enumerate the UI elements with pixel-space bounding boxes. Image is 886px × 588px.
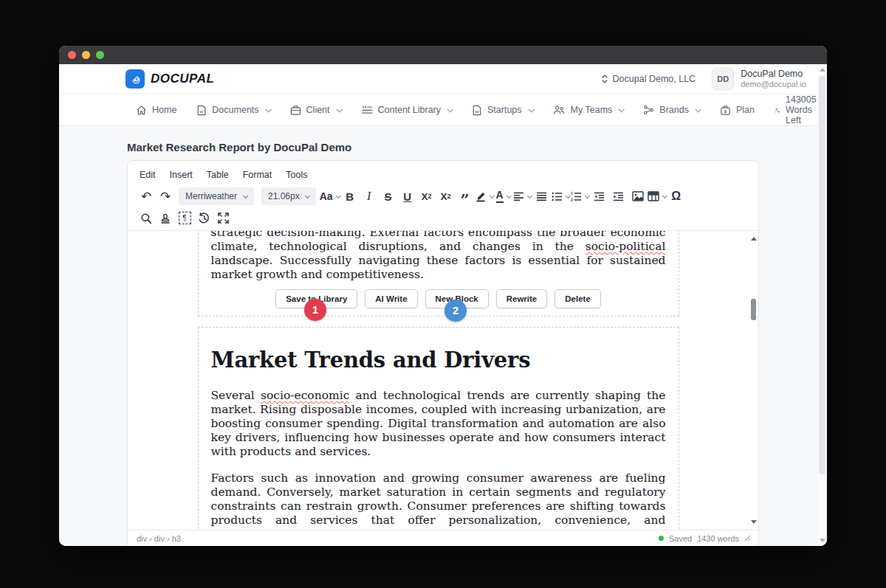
scroll-down-arrow-icon[interactable] [751, 520, 757, 524]
menu-edit[interactable]: Edit [140, 170, 156, 180]
page-scrollbar[interactable] [817, 64, 827, 546]
saved-status-dot [659, 536, 664, 541]
highlight-color-button[interactable] [475, 187, 494, 206]
table-icon [648, 191, 659, 201]
step-badge-2: 2 [444, 300, 467, 322]
word-count[interactable]: 1430 words [697, 534, 739, 543]
org-switcher[interactable]: Docupal Demo, LLC [601, 74, 696, 84]
outdent-button[interactable] [590, 187, 609, 206]
nav-item-my-teams[interactable]: My Teams [553, 105, 624, 115]
page-title: Market Research Report by DocuPal Demo [127, 141, 351, 153]
redo-button[interactable]: ↷ [156, 187, 175, 206]
element-path-breadcrumb[interactable]: div › div › h3 [137, 534, 181, 543]
underline-button[interactable]: U [398, 187, 417, 206]
person-plus-icon [775, 105, 780, 116]
close-window-button[interactable] [68, 51, 76, 59]
menu-tools[interactable]: Tools [286, 170, 307, 180]
blockquote-button[interactable]: ” [456, 187, 475, 206]
resize-grip-icon[interactable] [744, 535, 751, 542]
editor-scrollbar[interactable] [749, 231, 758, 530]
justify-button[interactable] [532, 187, 552, 206]
numbered-list-button[interactable]: 12 [571, 187, 590, 206]
scroll-up-arrow-icon[interactable] [751, 237, 757, 241]
user-name: DocuPal Demo [741, 69, 806, 80]
chevron-down-icon [506, 193, 512, 198]
italic-button[interactable]: I [360, 187, 379, 206]
formatting-marks-button[interactable]: ¶ [175, 209, 194, 228]
indent-button[interactable] [609, 187, 628, 206]
bullet-list-button[interactable] [552, 187, 571, 206]
align-left-icon [513, 192, 524, 201]
delete-button[interactable]: Delete [554, 289, 601, 308]
editor-canvas[interactable]: strategic decision-making. External fact… [128, 231, 758, 530]
image-icon [632, 191, 644, 201]
app-window: DOCUPAL Docupal Demo, LLC DD DocuPal Dem… [59, 46, 827, 546]
menu-table[interactable]: Table [207, 170, 229, 180]
nav-item-home[interactable]: Home [136, 105, 176, 116]
saved-status-label: Saved [669, 534, 692, 543]
words-left-indicator: 143005 Words Left [775, 94, 823, 125]
minimize-window-button[interactable] [82, 51, 90, 59]
docupal-logo-icon [126, 69, 145, 89]
text-case-button[interactable]: Aa [320, 187, 340, 206]
font-size-select[interactable]: 21.06px [261, 187, 316, 205]
indent-icon [613, 192, 624, 201]
font-family-select[interactable]: Merriweather [179, 187, 254, 205]
scroll-up-arrow-icon[interactable] [820, 68, 825, 72]
text-color-button[interactable]: A [494, 187, 513, 206]
document-content: strategic decision-making. External fact… [128, 231, 749, 530]
subscript-button[interactable]: X2 [417, 187, 436, 206]
editor: Edit Insert Table Format Tools ↶ ↷ Merri… [127, 160, 759, 546]
page-scrollbar-thumb[interactable] [819, 76, 825, 474]
app-logo[interactable]: DOCUPAL [126, 69, 214, 89]
insert-image-button[interactable] [628, 187, 648, 206]
nav-item-brands[interactable]: Brands [643, 105, 700, 115]
bold-button[interactable]: B [340, 187, 360, 206]
bullet-list-icon [552, 192, 563, 201]
document-block-market-trends[interactable]: Market Trends and Drivers Several socio-… [198, 327, 679, 530]
fullscreen-button[interactable] [213, 209, 233, 228]
restore-draft-button[interactable] [194, 209, 213, 228]
nav-item-plan[interactable]: $ Plan [720, 105, 755, 116]
chevron-down-icon [265, 106, 271, 112]
section-heading[interactable]: Market Trends and Drivers [211, 347, 666, 375]
paragraph-clipped[interactable]: strategic decision-making. External fact… [211, 231, 666, 282]
highlighter-pen-icon [475, 190, 487, 202]
align-button[interactable] [513, 187, 532, 206]
chevron-down-icon [619, 106, 625, 112]
step-badge-1: 1 [304, 299, 326, 321]
scroll-down-arrow-icon[interactable] [820, 539, 825, 542]
menu-insert[interactable]: Insert [170, 170, 193, 180]
paragraph-2[interactable]: Factors such as innovation and growing c… [211, 471, 666, 530]
document-block-context[interactable]: strategic decision-making. External fact… [198, 231, 679, 317]
stamp-icon [159, 212, 171, 224]
special-character-button[interactable]: Ω [667, 187, 686, 206]
nav-item-client[interactable]: Client [290, 105, 341, 116]
ai-write-button[interactable]: AI Write [365, 289, 417, 308]
search-icon [140, 212, 152, 224]
content-library-icon [361, 105, 373, 115]
paragraph-marks-icon: ¶ [179, 212, 191, 224]
superscript-button[interactable]: X2 [436, 187, 456, 206]
plan-icon: $ [720, 105, 731, 116]
editor-scrollbar-thumb[interactable] [751, 299, 756, 320]
chevron-down-icon [695, 106, 701, 112]
main-content: Market Research Report by DocuPal Demo E… [59, 126, 827, 546]
svg-text:2: 2 [571, 198, 573, 201]
nav-item-startups[interactable]: Startups [472, 105, 533, 116]
rewrite-button[interactable]: Rewrite [496, 289, 548, 308]
stamp-button[interactable] [156, 209, 175, 228]
menu-format[interactable]: Format [243, 170, 272, 180]
paragraph-1[interactable]: Several socio-economic and technological… [211, 389, 666, 459]
chevron-down-icon [336, 106, 342, 112]
user-menu[interactable]: DD DocuPal Demo demo@docupal.io [712, 68, 806, 90]
zoom-window-button[interactable] [96, 51, 104, 59]
nav-item-documents[interactable]: Documents [196, 105, 269, 116]
chevron-down-icon [243, 193, 248, 198]
undo-button[interactable]: ↶ [137, 187, 156, 206]
nav-item-content-library[interactable]: Content Library [361, 105, 452, 115]
insert-table-button[interactable] [648, 187, 667, 206]
document-icon [196, 105, 207, 116]
strikethrough-button[interactable]: S [379, 187, 398, 206]
search-replace-button[interactable] [137, 209, 156, 228]
